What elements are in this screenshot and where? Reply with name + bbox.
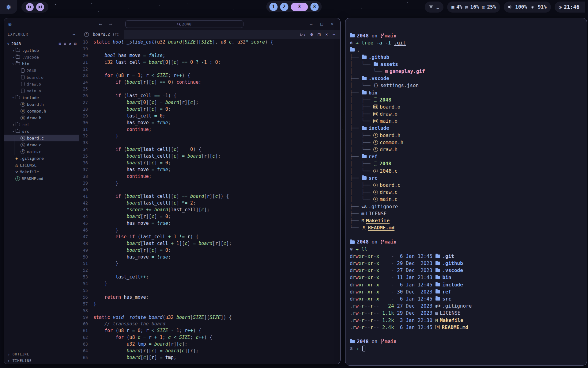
- weather-widget: ☁: [425, 2, 443, 13]
- line-number: 46: [79, 227, 93, 234]
- file-icon: [21, 82, 24, 86]
- launcher-button[interactable]: ❄: [0, 0, 17, 14]
- permissions: .rw-r--r--: [350, 324, 379, 331]
- include-folder-icon: [362, 127, 367, 130]
- workspace-2[interactable]: 2: [280, 3, 288, 11]
- file-tree-item-bin[interactable]: ›bin: [4, 60, 79, 67]
- c-header-file-icon: C: [373, 147, 378, 152]
- chevron-down-icon: ∨: [303, 33, 305, 36]
- file-tree-item-Makefile[interactable]: ⚒Makefile: [4, 168, 79, 175]
- file-tree-item-draw.c[interactable]: Cdraw.c: [4, 141, 79, 148]
- file-tree-item-board.o[interactable]: board.o: [4, 74, 79, 81]
- file-tree-item-draw.o[interactable]: draw.o: [4, 81, 79, 87]
- tree-output-line: ├── ▤LICENSE: [350, 210, 584, 217]
- split-editor-icon[interactable]: ◫: [318, 32, 320, 37]
- maximize-button[interactable]: □: [320, 21, 323, 26]
- git-branch-icon: [380, 240, 385, 245]
- code-line: 21 i32 last_cell = board[0][c] == 0 ? -1…: [79, 59, 340, 66]
- line-number: 36: [79, 160, 93, 167]
- chevron-expanded-icon: ›: [11, 62, 16, 66]
- collapse-folders-icon[interactable]: ⊟: [74, 41, 77, 46]
- run-debug-button[interactable]: ▷∨: [300, 32, 305, 37]
- line-number: 56: [79, 294, 93, 301]
- file-tree-item-.gitignore[interactable]: ◈.gitignore: [4, 155, 79, 162]
- workspace-8[interactable]: 8: [311, 3, 319, 11]
- code-line: 35 board[last_cell][c] = board[r][c];: [79, 153, 340, 160]
- tree-output-line: │ └── Cdraw.h: [350, 146, 584, 153]
- code-line: 31 continue;: [79, 126, 340, 133]
- line-number: 52: [79, 267, 93, 274]
- nav-forward-icon[interactable]: →: [109, 21, 112, 27]
- file-tree-item-board.h[interactable]: Hboard.h: [4, 101, 79, 108]
- markdown-icon: M: [435, 325, 440, 329]
- panel-outline[interactable]: ›OUTLINE: [4, 351, 79, 358]
- panel-timeline[interactable]: ›TIMELINE: [4, 358, 79, 364]
- bin-folder-icon: [362, 91, 367, 94]
- nav-back-icon[interactable]: ←: [99, 21, 102, 27]
- file-tree-item-.vscode[interactable]: ›.vscode: [4, 54, 79, 60]
- git-branch-icon: [380, 33, 385, 38]
- code-line: 57}: [79, 301, 340, 308]
- terminal-window[interactable]: 2048 on main❄ → tree -a -I .git.├── .git…: [345, 18, 587, 366]
- code-line: 18static bool _slide_col(u32 board[SIZE]…: [79, 39, 340, 46]
- file-tree-item-draw.h[interactable]: Hdraw.h: [4, 114, 79, 121]
- c-source-file-icon: C: [373, 183, 378, 187]
- file-tree-item-LICENSE[interactable]: ⚖LICENSE: [4, 162, 79, 168]
- cpu-usage: 4%: [456, 4, 462, 10]
- src-folder-icon: [362, 176, 367, 180]
- code-line: 65 board[c][r] = tmp;: [79, 355, 340, 361]
- new-file-icon[interactable]: ⊞: [59, 41, 61, 46]
- vscode-title-bar[interactable]: ❆ ← → 2048 — □ ×: [4, 18, 340, 30]
- search-icon: [177, 23, 180, 25]
- executable-file-icon: [374, 98, 377, 102]
- tree-output-line: │ ├── 01draw.o: [350, 110, 584, 117]
- code-line: 24 if (board[r][c] == 0) continue;: [79, 79, 340, 86]
- line-number: 35: [79, 153, 93, 160]
- tree-output-line: ├── git.gitignore: [350, 203, 584, 210]
- file-tree-item-ref[interactable]: ›ref: [4, 121, 79, 128]
- audio-network: 100% 91%: [504, 2, 551, 13]
- code-line: 28 board[r][c] = 0;: [79, 106, 340, 113]
- command-center-search[interactable]: 2048: [125, 20, 243, 28]
- file-tree-item-2048[interactable]: 2048: [4, 67, 79, 74]
- line-number: 37: [79, 167, 93, 173]
- media-previous-button[interactable]: [26, 3, 34, 11]
- project-root-row[interactable]: ∨ 2048 ⊞⊕↺⊟: [4, 40, 79, 47]
- more-actions-icon[interactable]: ⋯: [333, 32, 335, 37]
- code-editor[interactable]: 18static bool _slide_col(u32 board[SIZE]…: [79, 39, 340, 364]
- github-folder-icon: [362, 56, 367, 59]
- media-next-button[interactable]: [36, 3, 44, 11]
- close-editor-icon[interactable]: ×: [325, 32, 328, 37]
- file-tree-item-.github[interactable]: ›.github: [4, 47, 79, 54]
- explorer-sidebar: EXPLORER ⋯ ∨ 2048 ⊞⊕↺⊟ ›.github›.vscode›…: [4, 30, 79, 364]
- binary-file-icon: 01: [373, 112, 378, 116]
- line-number: 24: [79, 79, 93, 86]
- refresh-icon[interactable]: ↺: [69, 41, 71, 46]
- file-listing-row: drwxr-xr-x - 29 Dec 2023 .github: [350, 260, 584, 267]
- code-line: 62 for (u8 c = r + 1; c < SIZE; c++) {: [79, 334, 340, 341]
- file-listing-row: drwxr-xr-x - 11 Jan 21:43 bin: [350, 274, 584, 281]
- makefile-icon: M: [362, 217, 364, 224]
- file-tree-item-board.c[interactable]: Cboard.c: [4, 135, 79, 141]
- search-value: 2048: [182, 22, 191, 26]
- file-tree-item-src[interactable]: ›src: [4, 128, 79, 135]
- settings-gear-icon[interactable]: ⚙: [310, 32, 313, 37]
- close-button[interactable]: ×: [331, 21, 334, 26]
- vscode-window: ❆ ← → 2048 — □ × EXPLORER ⋯ ∨ 2048 ⊞⊕↺⊟ …: [4, 18, 341, 364]
- file-tree-item-include[interactable]: ›include: [4, 94, 79, 101]
- line-number: 48: [79, 240, 93, 247]
- file-tree-item-common.h[interactable]: Hcommon.h: [4, 108, 79, 114]
- tab-board-c[interactable]: C board.c src: [79, 30, 124, 39]
- code-line: 34 if (board[last_cell][c] == 0) {: [79, 146, 340, 153]
- explorer-more-icon[interactable]: ⋯: [73, 32, 75, 37]
- file-tree-item-main.c[interactable]: Cmain.c: [4, 148, 79, 155]
- line-number: 19: [79, 46, 93, 52]
- file-tree-item-README.md[interactable]: iREADME.md: [4, 175, 79, 182]
- workspace-1[interactable]: 1: [270, 3, 278, 11]
- minimize-button[interactable]: —: [310, 21, 312, 26]
- file-tree-item-main.o[interactable]: main.o: [4, 87, 79, 94]
- new-folder-icon[interactable]: ⊕: [64, 41, 66, 46]
- workspace-3[interactable]: 3: [291, 3, 308, 11]
- line-number: 58: [79, 308, 93, 314]
- code-line: 32 }: [79, 133, 340, 140]
